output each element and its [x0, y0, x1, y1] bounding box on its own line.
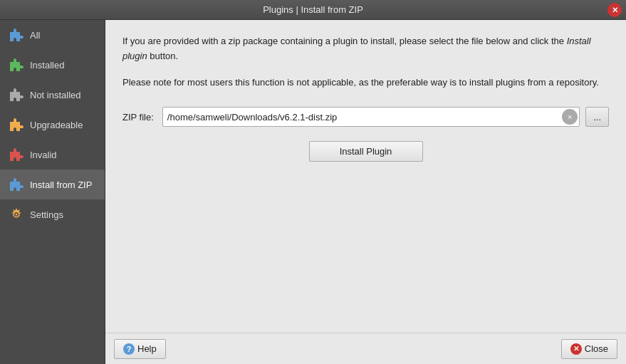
sidebar-item-invalid[interactable]: Invalid	[0, 140, 105, 170]
puzzle-not-installed-icon	[9, 87, 24, 103]
close-icon: ✕	[570, 343, 582, 355]
sidebar-item-installed-label: Installed	[30, 60, 64, 71]
sidebar-item-upgradeable[interactable]: Upgradeable	[0, 110, 105, 140]
sidebar: All Installed Not installed	[0, 20, 105, 364]
install-button-row: Install Plugin	[122, 141, 609, 162]
help-label: Help	[137, 343, 157, 354]
zip-file-input[interactable]	[163, 112, 562, 123]
help-button[interactable]: ? Help	[114, 339, 166, 359]
sidebar-item-not-installed-label: Not installed	[30, 90, 81, 100]
close-button[interactable]: ✕ Close	[561, 339, 617, 359]
sidebar-item-install-from-zip[interactable]: Install from ZIP	[0, 170, 105, 199]
description-2: Please note for most users this function…	[122, 76, 609, 90]
svg-point-2	[16, 214, 18, 216]
puzzle-install-from-zip-icon	[9, 177, 24, 192]
content-area: If you are provided with a zip package c…	[105, 20, 626, 364]
content-inner: If you are provided with a zip package c…	[105, 20, 626, 333]
gear-settings-icon	[9, 207, 24, 222]
puzzle-invalid-icon	[9, 147, 24, 162]
sidebar-item-all-label: All	[30, 30, 40, 41]
zip-browse-button[interactable]: ...	[585, 107, 609, 127]
titlebar-title: Plugins | Install from ZIP	[263, 4, 363, 15]
sidebar-item-settings[interactable]: Settings	[0, 199, 105, 229]
titlebar-close-button[interactable]: ✕	[607, 3, 622, 17]
sidebar-item-install-from-zip-label: Install from ZIP	[30, 180, 92, 190]
zip-input-wrapper: ×	[162, 107, 580, 127]
sidebar-item-invalid-label: Invalid	[30, 150, 57, 160]
sidebar-item-installed[interactable]: Installed	[0, 50, 105, 80]
titlebar: Plugins | Install from ZIP ✕	[0, 0, 626, 20]
sidebar-item-settings-label: Settings	[30, 209, 63, 220]
description-1-italic: Install plugin	[122, 36, 591, 61]
install-plugin-button[interactable]: Install Plugin	[309, 141, 423, 162]
help-icon: ?	[123, 343, 135, 355]
puzzle-installed-icon	[9, 57, 24, 73]
puzzle-upgradeable-icon	[9, 117, 24, 132]
main-layout: All Installed Not installed	[0, 20, 626, 364]
description-1: If you are provided with a zip package c…	[122, 34, 609, 64]
zip-file-row: ZIP file: × ...	[122, 107, 609, 127]
footer: ? Help ✕ Close	[105, 333, 626, 364]
close-label: Close	[585, 343, 608, 354]
zip-file-label: ZIP file:	[122, 112, 154, 123]
puzzle-all-icon	[9, 27, 24, 43]
zip-clear-button[interactable]: ×	[562, 109, 578, 125]
sidebar-item-not-installed[interactable]: Not installed	[0, 80, 105, 110]
sidebar-item-upgradeable-label: Upgradeable	[30, 120, 83, 130]
sidebar-item-all[interactable]: All	[0, 20, 105, 50]
